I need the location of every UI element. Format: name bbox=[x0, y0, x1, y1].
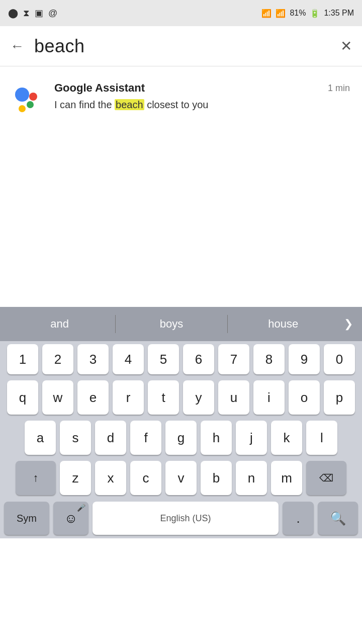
period-key[interactable]: . bbox=[283, 502, 314, 535]
clear-button[interactable]: ✕ bbox=[340, 38, 352, 54]
results-area: Google Assistant 1 min I can find the be… bbox=[0, 66, 362, 126]
key-4[interactable]: 4 bbox=[113, 344, 144, 374]
suggestions-row: and boys house ❯ bbox=[0, 307, 362, 341]
key-3[interactable]: 3 bbox=[77, 344, 109, 374]
status-bar: ⬤ ⧗ ▣ @ 📶 📶 81% 🔋 1:35 PM bbox=[0, 0, 362, 26]
keyboard: and boys house ❯ 1 2 3 4 5 6 7 8 9 0 q w… bbox=[0, 307, 362, 538]
key-g[interactable]: g bbox=[165, 421, 197, 455]
svg-point-3 bbox=[19, 105, 26, 112]
asdf-row: a s d f g h j k l bbox=[0, 418, 362, 458]
qwerty-row: q w e r t y u i o p bbox=[0, 377, 362, 418]
result-source: Google Assistant bbox=[54, 82, 145, 95]
mic-icon: 🎤 bbox=[77, 504, 85, 512]
back-button[interactable]: ← bbox=[10, 38, 24, 54]
battery-icon: 🔋 bbox=[310, 9, 320, 18]
clock: 1:35 PM bbox=[324, 9, 354, 18]
search-bar: ← beach ✕ bbox=[0, 26, 362, 66]
key-j[interactable]: j bbox=[236, 421, 267, 455]
sym-key[interactable]: Sym bbox=[4, 502, 49, 535]
svg-point-2 bbox=[27, 101, 34, 108]
google-assistant-icon bbox=[12, 84, 44, 116]
key-i[interactable]: i bbox=[253, 380, 285, 415]
key-f[interactable]: f bbox=[130, 421, 161, 455]
key-n[interactable]: n bbox=[236, 461, 267, 495]
key-x[interactable]: x bbox=[95, 461, 126, 495]
key-5[interactable]: 5 bbox=[148, 344, 179, 374]
key-a[interactable]: a bbox=[25, 421, 56, 455]
result-time: 1 min bbox=[328, 83, 350, 94]
key-b[interactable]: b bbox=[201, 461, 232, 495]
key-c[interactable]: c bbox=[130, 461, 161, 495]
key-r[interactable]: r bbox=[113, 380, 144, 415]
content-spacer bbox=[0, 126, 362, 307]
key-7[interactable]: 7 bbox=[218, 344, 249, 374]
result-text-after: closest to you bbox=[144, 99, 209, 110]
svg-point-0 bbox=[15, 88, 29, 102]
space-key[interactable]: English (US) bbox=[93, 502, 279, 535]
key-u[interactable]: u bbox=[218, 380, 249, 415]
key-8[interactable]: 8 bbox=[253, 344, 285, 374]
search-key[interactable]: 🔍 bbox=[318, 502, 358, 535]
status-right: 📶 📶 81% 🔋 1:35 PM bbox=[261, 9, 354, 18]
suggestion-2[interactable]: boys bbox=[116, 312, 227, 336]
suggestion-1[interactable]: and bbox=[4, 312, 115, 336]
result-body: I can find the beach closest to you bbox=[54, 98, 350, 112]
key-q[interactable]: q bbox=[7, 380, 38, 415]
key-z[interactable]: z bbox=[60, 461, 91, 495]
emoji-key[interactable]: ☺ 🎤 bbox=[53, 502, 88, 535]
key-0[interactable]: 0 bbox=[324, 344, 355, 374]
number-row: 1 2 3 4 5 6 7 8 9 0 bbox=[0, 341, 362, 377]
at-icon: @ bbox=[48, 8, 57, 19]
key-s[interactable]: s bbox=[60, 421, 91, 455]
result-header: Google Assistant 1 min bbox=[54, 82, 350, 95]
backspace-key[interactable]: ⌫ bbox=[306, 461, 346, 495]
key-6[interactable]: 6 bbox=[183, 344, 214, 374]
emoji-icon: ☺ bbox=[64, 511, 78, 526]
suggestions-arrow[interactable]: ❯ bbox=[339, 317, 358, 331]
hourglass-icon: ⧗ bbox=[23, 8, 30, 19]
key-v[interactable]: v bbox=[165, 461, 197, 495]
key-m[interactable]: m bbox=[271, 461, 302, 495]
key-1[interactable]: 1 bbox=[7, 344, 38, 374]
notification-icon: ⬤ bbox=[8, 8, 18, 19]
key-o[interactable]: o bbox=[289, 380, 320, 415]
key-l[interactable]: l bbox=[306, 421, 337, 455]
battery-percent: 81% bbox=[290, 9, 306, 18]
key-h[interactable]: h bbox=[201, 421, 232, 455]
image-icon: ▣ bbox=[35, 8, 43, 19]
shift-key[interactable]: ↑ bbox=[16, 461, 56, 495]
key-p[interactable]: p bbox=[324, 380, 355, 415]
key-e[interactable]: e bbox=[77, 380, 109, 415]
key-y[interactable]: y bbox=[183, 380, 214, 415]
key-t[interactable]: t bbox=[148, 380, 179, 415]
bottom-row: Sym ☺ 🎤 English (US) . 🔍 bbox=[0, 498, 362, 538]
key-9[interactable]: 9 bbox=[289, 344, 320, 374]
zxcv-row: ↑ z x c v b n m ⌫ bbox=[0, 458, 362, 498]
key-w[interactable]: w bbox=[42, 380, 73, 415]
result-content: Google Assistant 1 min I can find the be… bbox=[54, 82, 350, 112]
result-highlight: beach bbox=[115, 99, 144, 110]
result-item[interactable]: Google Assistant 1 min I can find the be… bbox=[12, 82, 350, 116]
key-d[interactable]: d bbox=[95, 421, 126, 455]
result-text-before: I can find the bbox=[54, 99, 115, 110]
signal-icon: 📶 bbox=[276, 9, 286, 18]
wifi-icon: 📶 bbox=[261, 9, 272, 18]
key-2[interactable]: 2 bbox=[42, 344, 73, 374]
suggestion-3[interactable]: house bbox=[228, 312, 339, 336]
search-query: beach bbox=[34, 36, 340, 57]
key-k[interactable]: k bbox=[271, 421, 302, 455]
status-icons: ⬤ ⧗ ▣ @ bbox=[8, 8, 57, 19]
svg-point-1 bbox=[29, 93, 37, 101]
